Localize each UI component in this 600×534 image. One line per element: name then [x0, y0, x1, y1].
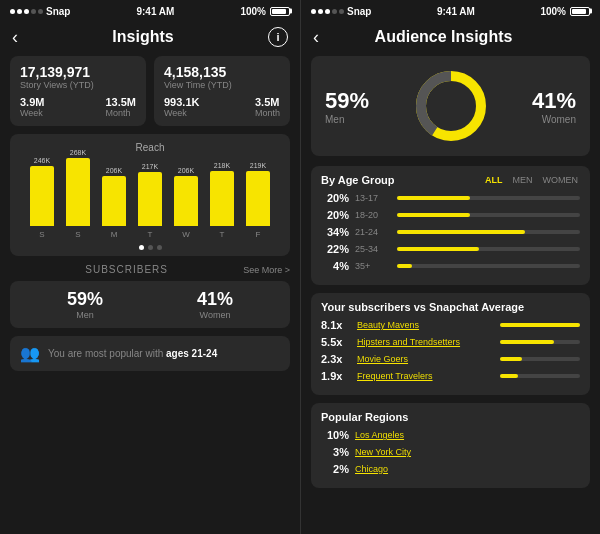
- right-header: ‹ Audience Insights: [301, 20, 600, 56]
- right-status-right: 100%: [540, 6, 590, 17]
- avg-bar: [500, 340, 554, 344]
- avg-label[interactable]: Movie Goers: [357, 354, 494, 364]
- popular-regions-section: Popular Regions 10% Los Angeles 3% New Y…: [311, 403, 590, 488]
- right-time: 9:41 AM: [437, 6, 475, 17]
- avg-label[interactable]: Beauty Mavens: [357, 320, 494, 330]
- bar-day: T: [148, 230, 153, 239]
- people-icon: 👥: [20, 344, 40, 363]
- age-bar-wrap: [397, 230, 580, 234]
- donut-section: 59% Men 41% Women: [311, 56, 590, 156]
- age-filter-tab-all[interactable]: ALL: [483, 174, 505, 186]
- chart-dot-2: [148, 245, 153, 250]
- avg-label[interactable]: Frequent Travelers: [357, 371, 494, 381]
- gender-row: 59% Men 41% Women: [20, 289, 280, 320]
- left-battery-icon: [270, 7, 290, 16]
- age-pct: 34%: [321, 226, 349, 238]
- left-time: 9:41 AM: [136, 6, 174, 17]
- left-panel: Snap 9:41 AM 100% ‹ Insights i 17,139,97…: [0, 0, 300, 534]
- avg-row: 5.5x Hipsters and Trendsetters: [321, 336, 580, 348]
- left-info-button[interactable]: i: [268, 27, 288, 47]
- subs-avg-title: Your subscribers vs Snapchat Average: [321, 301, 524, 313]
- donut-women-side: 41% Women: [532, 88, 576, 125]
- story-views-subrow: 3.9M Week 13.5M Month: [20, 96, 136, 118]
- age-range: 13-17: [355, 193, 391, 203]
- see-more-button[interactable]: See More >: [243, 265, 290, 275]
- left-header: ‹ Insights i: [0, 20, 300, 56]
- story-views-week: 3.9M Week: [20, 96, 44, 118]
- story-views-month-label: Month: [105, 108, 136, 118]
- women-item: 41% Women: [150, 289, 280, 320]
- bar-day: F: [256, 230, 261, 239]
- signal-dots: [10, 9, 43, 14]
- left-network-label: Snap: [46, 6, 70, 17]
- avg-mult: 8.1x: [321, 319, 351, 331]
- story-views-month-val: 13.5M: [105, 96, 136, 108]
- avg-bar-wrap: [500, 374, 580, 378]
- age-pct: 4%: [321, 260, 349, 272]
- region-rows: 10% Los Angeles 3% New York City 2% Chic…: [321, 429, 580, 475]
- popular-regions-title: Popular Regions: [321, 411, 408, 423]
- donut-women-label: Women: [532, 114, 576, 125]
- avg-bar-wrap: [500, 323, 580, 327]
- right-network-label: Snap: [347, 6, 371, 17]
- region-pct: 10%: [321, 429, 349, 441]
- story-views-month: 13.5M Month: [105, 96, 136, 118]
- age-bar: [397, 264, 412, 268]
- age-filter-tab-men[interactable]: MEN: [511, 174, 535, 186]
- right-status-bar: Snap 9:41 AM 100%: [301, 0, 600, 20]
- bar: [138, 172, 162, 226]
- age-range: 18-20: [355, 210, 391, 220]
- chart-dots: [20, 245, 280, 250]
- avg-bar-wrap: [500, 340, 580, 344]
- bar-col: 206K M: [102, 167, 126, 239]
- right-content: 59% Men 41% Women By Age Group ALLMENWOM…: [301, 56, 600, 534]
- donut-chart: [411, 66, 491, 146]
- view-time-number: 4,158,135: [164, 64, 280, 80]
- right-status-left: Snap: [311, 6, 371, 17]
- donut-men-pct: 59%: [325, 88, 369, 114]
- bar-val: 219K: [250, 162, 266, 169]
- view-time-week-val: 993.1K: [164, 96, 199, 108]
- region-label[interactable]: New York City: [355, 447, 580, 457]
- bar-col: 268K S: [66, 149, 90, 239]
- age-bar: [397, 230, 525, 234]
- men-item: 59% Men: [20, 289, 150, 320]
- region-pct: 2%: [321, 463, 349, 475]
- age-bar: [397, 196, 470, 200]
- left-battery-label: 100%: [240, 6, 266, 17]
- region-row: 3% New York City: [321, 446, 580, 458]
- bar: [30, 166, 54, 226]
- women-label: Women: [150, 310, 280, 320]
- avg-label[interactable]: Hipsters and Trendsetters: [357, 337, 494, 347]
- men-label: Men: [20, 310, 150, 320]
- region-label[interactable]: Los Angeles: [355, 430, 580, 440]
- view-time-label: View Time (YTD): [164, 80, 280, 90]
- view-time-week: 993.1K Week: [164, 96, 199, 118]
- age-group-section: By Age Group ALLMENWOMEN 20% 13-17 20% 1…: [311, 166, 590, 285]
- avg-row: 2.3x Movie Goers: [321, 353, 580, 365]
- subs-avg-header: Your subscribers vs Snapchat Average: [321, 301, 580, 313]
- view-time-month-val: 3.5M: [255, 96, 280, 108]
- popular-banner: 👥 You are most popular with ages 21-24: [10, 336, 290, 371]
- bar: [210, 171, 234, 226]
- reach-chart-card: Reach 246K S 268K S 206K M 217K T 206K W…: [10, 134, 290, 256]
- region-label[interactable]: Chicago: [355, 464, 580, 474]
- story-views-week-val: 3.9M: [20, 96, 44, 108]
- left-status-left: Snap: [10, 6, 70, 17]
- bar-val: 246K: [34, 157, 50, 164]
- age-filter-tab-women[interactable]: WOMEN: [541, 174, 581, 186]
- age-group-header: By Age Group ALLMENWOMEN: [321, 174, 580, 186]
- age-range: 35+: [355, 261, 391, 271]
- view-time-card: 4,158,135 View Time (YTD) 993.1K Week 3.…: [154, 56, 290, 126]
- bar-val: 206K: [106, 167, 122, 174]
- age-bar: [397, 213, 470, 217]
- age-pct: 20%: [321, 209, 349, 221]
- bar-day: M: [111, 230, 118, 239]
- view-time-week-label: Week: [164, 108, 199, 118]
- age-filter-tabs[interactable]: ALLMENWOMEN: [483, 174, 580, 186]
- bar: [246, 171, 270, 226]
- age-rows: 20% 13-17 20% 18-20 34% 21-24 22% 25-34 …: [321, 192, 580, 272]
- reach-chart-title: Reach: [20, 142, 280, 153]
- donut-men-label: Men: [325, 114, 369, 125]
- bar-day: W: [182, 230, 190, 239]
